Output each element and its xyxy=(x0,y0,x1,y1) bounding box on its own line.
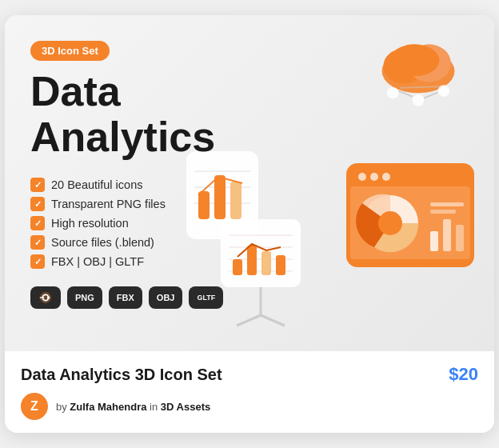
banner-title: Data Analytics xyxy=(30,69,286,160)
check-icon-3 xyxy=(30,216,45,230)
card-info-bottom: Z by Zulfa Mahendra in 3D Assets xyxy=(21,393,478,420)
feature-label: FBX | OBJ | GLTF xyxy=(51,255,144,268)
avatar: Z xyxy=(21,393,48,420)
feature-label: High resolution xyxy=(51,217,129,230)
feature-item: FBX | OBJ | GLTF xyxy=(30,254,469,269)
category-badge: 3D Icon Set xyxy=(30,41,110,61)
feature-item: High resolution xyxy=(30,216,469,230)
check-icon-5 xyxy=(30,254,45,269)
product-title: Data Analytics 3D Icon Set xyxy=(21,366,222,384)
product-price: $20 xyxy=(449,364,478,385)
format-fbx: FBX xyxy=(109,286,142,309)
feature-label: 20 Beautiful icons xyxy=(51,178,142,191)
format-obj: OBJ xyxy=(149,286,183,309)
feature-item: Source files (.blend) xyxy=(30,235,469,250)
feature-label: Source files (.blend) xyxy=(51,236,154,249)
features-list: 20 Beautiful icons Transparent PNG files… xyxy=(30,178,469,269)
feature-item: Transparent PNG files xyxy=(30,197,469,211)
format-blender xyxy=(30,286,61,309)
author-middle: in xyxy=(150,401,158,413)
author-info: by Zulfa Mahendra in 3D Assets xyxy=(56,401,210,413)
product-card: 3D Icon Set Data Analytics 20 Beautiful … xyxy=(5,15,494,433)
format-gltf: GLTF xyxy=(189,286,223,309)
svg-line-40 xyxy=(261,315,285,326)
check-icon-4 xyxy=(30,235,45,250)
format-png: PNG xyxy=(67,286,102,309)
author-name: Zulfa Mahendra xyxy=(70,401,146,413)
card-info: Data Analytics 3D Icon Set $20 Z by Zulf… xyxy=(5,351,494,433)
feature-label: Transparent PNG files xyxy=(51,198,166,210)
svg-line-39 xyxy=(237,315,261,326)
card-info-top: Data Analytics 3D Icon Set $20 xyxy=(21,364,478,385)
author-prefix: by xyxy=(56,401,67,413)
check-icon-1 xyxy=(30,178,45,192)
format-tags: PNG FBX OBJ GLTF xyxy=(30,286,469,309)
banner: 3D Icon Set Data Analytics 20 Beautiful … xyxy=(5,15,494,351)
feature-item: 20 Beautiful icons xyxy=(30,178,469,192)
svg-point-43 xyxy=(47,297,50,300)
check-icon-2 xyxy=(30,197,45,211)
author-category: 3D Assets xyxy=(161,401,210,413)
